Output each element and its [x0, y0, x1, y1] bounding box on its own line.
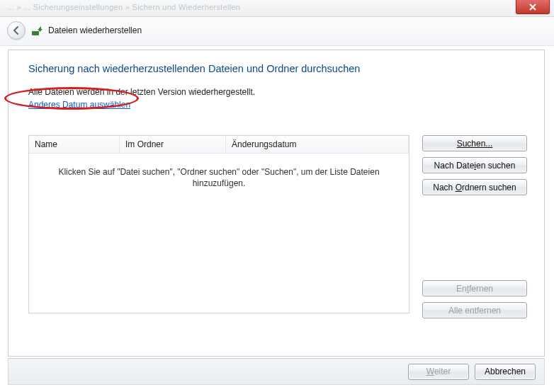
- button-column: Suchen... Nach Dateien suchen Nach Ordne…: [422, 135, 527, 318]
- info-line: Alle Dateien werden in der letzten Versi…: [28, 87, 527, 97]
- next-button[interactable]: Weiter: [408, 364, 469, 380]
- window-close-button[interactable]: [516, 0, 550, 14]
- arrow-left-icon: [11, 25, 21, 35]
- close-icon: [529, 4, 536, 11]
- remove-all-button[interactable]: Alle entfernen: [422, 302, 527, 318]
- content-panel: Sicherung nach wiederherzustellenden Dat…: [8, 50, 545, 357]
- column-folder[interactable]: Im Ordner: [120, 136, 226, 153]
- choose-date-link[interactable]: Anderes Datum auswählen: [28, 100, 130, 110]
- search-button[interactable]: Suchen...: [422, 135, 527, 151]
- search-folders-button[interactable]: Nach Ordnern suchen: [422, 179, 527, 195]
- svg-rect-0: [32, 31, 39, 35]
- search-files-button[interactable]: Nach Dateien suchen: [422, 157, 527, 173]
- column-name[interactable]: Name: [29, 136, 120, 153]
- column-date[interactable]: Änderungsdatum: [226, 136, 409, 153]
- page-heading: Sicherung nach wiederherzustellenden Dat…: [28, 63, 527, 74]
- list-header: Name Im Ordner Änderungsdatum: [29, 136, 409, 154]
- wizard-title: Dateien wiederherstellen: [48, 25, 142, 35]
- footer-bar: Weiter Abbrechen: [8, 358, 545, 385]
- back-button[interactable]: [7, 21, 26, 40]
- breadcrumb-blur: ... » ... Sicherungseinstellungen » Sich…: [7, 3, 240, 11]
- wizard-title-row: Dateien wiederherstellen: [0, 17, 554, 46]
- list-empty-text: Klicken Sie auf "Datei suchen", "Ordner …: [29, 154, 409, 313]
- remove-button[interactable]: Entfernen: [422, 280, 527, 296]
- cancel-button[interactable]: Abbrechen: [475, 364, 536, 380]
- restore-icon: [31, 25, 43, 36]
- window-chrome-top: ... » ... Sicherungseinstellungen » Sich…: [0, 0, 554, 17]
- file-list: Name Im Ordner Änderungsdatum Klicken Si…: [28, 135, 409, 313]
- search-button-label: Suchen...: [457, 139, 493, 149]
